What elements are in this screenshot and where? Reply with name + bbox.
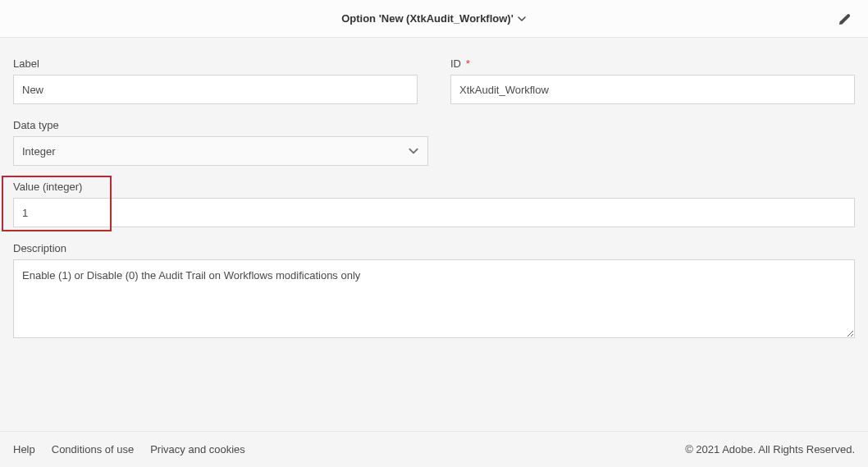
- id-field-label: ID *: [450, 57, 855, 70]
- footer-links: Help Conditions of use Privacy and cooki…: [13, 443, 245, 456]
- id-input[interactable]: [450, 75, 855, 104]
- label-input[interactable]: [13, 75, 418, 104]
- pencil-icon: [838, 11, 852, 26]
- edit-button[interactable]: [835, 9, 855, 29]
- label-field-label: Label: [13, 57, 418, 70]
- value-input[interactable]: [13, 198, 855, 227]
- label-field-group: Label: [13, 57, 418, 104]
- header-title-dropdown[interactable]: Option 'New (XtkAudit_Workflow)': [341, 12, 527, 25]
- form-content: Label ID * Data type Integer Value (inte…: [0, 38, 868, 369]
- datatype-field-label: Data type: [13, 119, 428, 131]
- datatype-field-group: Data type Integer: [13, 119, 428, 166]
- description-field-group: Description: [13, 242, 855, 341]
- datatype-select[interactable]: Integer: [13, 136, 428, 166]
- datatype-selected-value: Integer: [22, 145, 55, 158]
- page-header: Option 'New (XtkAudit_Workflow)': [0, 0, 868, 38]
- chevron-down-icon: [408, 145, 419, 157]
- id-field-group: ID *: [450, 57, 855, 104]
- description-textarea[interactable]: [13, 259, 855, 338]
- description-field-label: Description: [13, 242, 855, 254]
- footer-copyright: © 2021 Adobe. All Rights Reserved.: [685, 443, 855, 456]
- footer-privacy-link[interactable]: Privacy and cookies: [150, 443, 245, 456]
- chevron-down-icon: [517, 14, 527, 24]
- required-indicator: *: [466, 57, 470, 70]
- page-footer: Help Conditions of use Privacy and cooki…: [0, 431, 868, 467]
- footer-help-link[interactable]: Help: [13, 443, 35, 456]
- value-field-label: Value (integer): [13, 181, 855, 193]
- page-title-text: Option 'New (XtkAudit_Workflow)': [341, 12, 514, 25]
- footer-conditions-link[interactable]: Conditions of use: [52, 443, 134, 456]
- value-field-group: Value (integer): [13, 181, 855, 227]
